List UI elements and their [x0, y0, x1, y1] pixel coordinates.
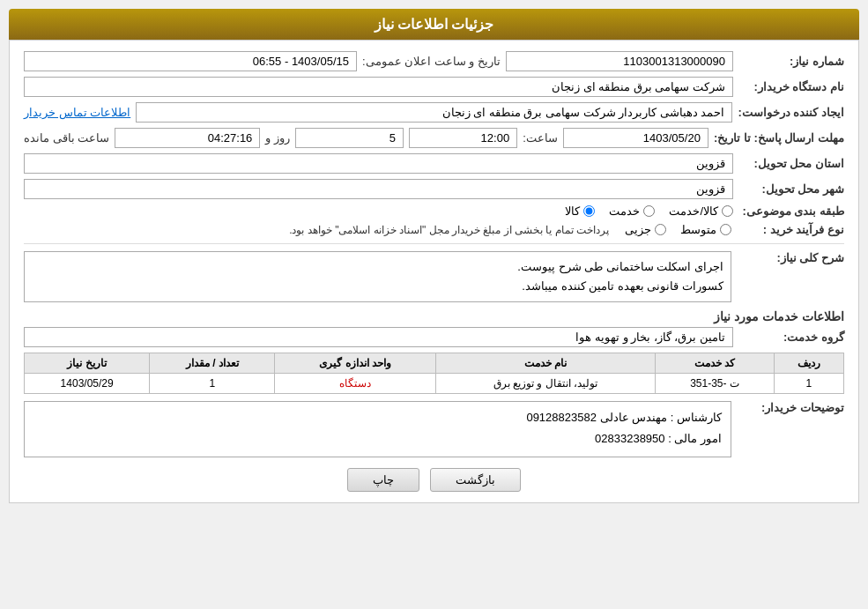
province-row: استان محل تحویل: قزوین	[24, 153, 844, 174]
need-number-label: شماره نیاز:	[738, 55, 844, 68]
description-section: شرح کلی نیاز: اجرای اسکلت ساختمانی طی شر…	[24, 251, 844, 302]
service-group-value: تامین برق، گاز، بخار و تهویه هوا	[24, 327, 733, 347]
col-service-name: نام خدمت	[435, 353, 656, 374]
col-quantity: تعداد / مقدار	[150, 353, 275, 374]
deadline-time-label: ساعت:	[523, 131, 558, 145]
radio-service[interactable]: خدمت	[609, 204, 655, 218]
deadline-days: 5	[295, 128, 404, 148]
radio-medium-item[interactable]: متوسط	[680, 223, 731, 236]
contact-link[interactable]: اطلاعات تماس خریدار	[24, 106, 130, 119]
buyer-notes-line2: امور مالی : 02833238950	[595, 432, 722, 445]
col-unit: واحد اندازه گیری	[275, 353, 435, 374]
announce-date-value: 1403/05/15 - 06:55	[24, 51, 357, 71]
deadline-date: 1403/05/20	[563, 128, 708, 148]
radio-service-label: خدمت	[609, 204, 640, 218]
cell-row-num: 1	[774, 374, 843, 394]
purchase-type-row: نوع فرآیند خرید : متوسط جزیی پرداخت تمام…	[24, 223, 844, 236]
radio-medium-input[interactable]	[720, 224, 731, 235]
cell-service-name: تولید، انتقال و توزیع برق	[435, 374, 656, 394]
city-label: شهر محل تحویل:	[738, 182, 844, 196]
cell-date: 1403/05/29	[25, 374, 150, 394]
category-label: طبقه بندی موضوعی:	[738, 204, 844, 218]
deadline-row: مهلت ارسال پاسخ: تا تاریخ: 1403/05/20 سا…	[24, 128, 844, 148]
items-table: ردیف کد خدمت نام خدمت واحد اندازه گیری ت…	[24, 353, 844, 394]
buyer-notes-line1: کارشناس : مهندس عادلی 09128823582	[526, 411, 722, 424]
col-row-num: ردیف	[774, 353, 843, 374]
radio-goods-label: کالا	[565, 204, 580, 218]
table-header-row: ردیف کد خدمت نام خدمت واحد اندازه گیری ت…	[25, 353, 844, 374]
creator-label: ایجاد کننده درخواست:	[738, 106, 844, 119]
service-group-row: گروه خدمت: تامین برق، گاز، بخار و تهویه …	[24, 327, 844, 347]
deadline-label: مهلت ارسال پاسخ: تا تاریخ:	[714, 131, 844, 145]
need-number-value: 1103001313000090	[506, 51, 733, 71]
city-row: شهر محل تحویل: قزوین	[24, 179, 844, 199]
radio-service-input[interactable]	[643, 205, 655, 217]
announce-date-label: تاریخ و ساعت اعلان عمومی:	[362, 55, 501, 68]
buyer-org-value: شرکت سهامی برق منطقه ای زنجان	[24, 77, 733, 97]
cell-quantity: 1	[150, 374, 275, 394]
city-value: قزوین	[24, 179, 733, 199]
radio-partial-input[interactable]	[655, 224, 666, 235]
radio-goods-input[interactable]	[583, 205, 595, 217]
buyer-notes-label: توضیحات خریدار:	[738, 401, 844, 414]
col-date: تاریخ نیاز	[25, 353, 150, 374]
category-row: طبقه بندی موضوعی: کالا/خدمت خدمت کالا	[24, 204, 844, 218]
page-header: جزئیات اطلاعات نیاز	[9, 9, 859, 40]
main-card: شماره نیاز: 1103001313000090 تاریخ و ساع…	[9, 40, 859, 503]
table-row: 1 ت -35-351 تولید، انتقال و توزیع برق دس…	[25, 374, 844, 394]
buyer-notes-section: توضیحات خریدار: کارشناس : مهندس عادلی 09…	[24, 401, 844, 457]
cell-service-code: ت -35-351	[656, 374, 774, 394]
radio-goods[interactable]: کالا	[565, 204, 595, 218]
radio-goods-service-input[interactable]	[722, 205, 733, 217]
radio-goods-service[interactable]: کالا/خدمت	[669, 204, 733, 218]
services-section-title: اطلاعات خدمات مورد نیاز	[24, 309, 844, 323]
province-label: استان محل تحویل:	[738, 157, 844, 170]
deadline-remaining-label: ساعت باقی مانده	[24, 131, 109, 145]
deadline-remaining: 04:27:16	[115, 128, 260, 148]
purchase-note: پرداخت تمام یا بخشی از مبلغ خریدار مجل "…	[289, 224, 609, 236]
category-radio-group: کالا/خدمت خدمت کالا	[565, 204, 733, 218]
radio-goods-service-label: کالا/خدمت	[669, 204, 718, 218]
divider-1	[24, 243, 844, 244]
deadline-time: 12:00	[409, 128, 517, 148]
page-wrapper: جزئیات اطلاعات نیاز شماره نیاز: 11030013…	[0, 0, 868, 609]
need-number-row: شماره نیاز: 1103001313000090 تاریخ و ساع…	[24, 51, 844, 71]
page-title: جزئیات اطلاعات نیاز	[375, 17, 494, 32]
col-service-code: کد خدمت	[656, 353, 774, 374]
buyer-org-row: نام دستگاه خریدار: شرکت سهامی برق منطقه …	[24, 77, 844, 97]
radio-partial-label: جزیی	[625, 223, 651, 236]
description-line2: کسورات قانونی بعهده تامین کننده میباشد.	[522, 279, 723, 293]
creator-row: ایجاد کننده درخواست: احمد دهباشی کاربردا…	[24, 102, 844, 123]
deadline-days-label: روز و	[265, 131, 290, 145]
back-button[interactable]: بازگشت	[430, 468, 521, 492]
purchase-type-radio-group: متوسط جزیی	[625, 223, 731, 236]
description-text: اجرای اسکلت ساختمانی طی شرح پیوست. کسورا…	[24, 251, 731, 302]
button-row: بازگشت چاپ	[24, 468, 844, 492]
buyer-notes-box: کارشناس : مهندس عادلی 09128823582 امور م…	[24, 401, 731, 457]
province-value: قزوین	[24, 153, 733, 174]
creator-value: احمد دهباشی کاربردار شرکت سهامی برق منطق…	[136, 102, 732, 123]
service-group-label: گروه خدمت:	[738, 330, 844, 344]
cell-unit: دستگاه	[275, 374, 435, 394]
buyer-org-label: نام دستگاه خریدار:	[738, 80, 844, 93]
radio-partial-item[interactable]: جزیی	[625, 223, 666, 236]
purchase-type-label: نوع فرآیند خرید :	[738, 223, 844, 236]
description-label: شرح کلی نیاز:	[738, 251, 844, 264]
print-button[interactable]: چاپ	[347, 468, 419, 492]
radio-medium-label: متوسط	[680, 223, 716, 236]
description-line1: اجرای اسکلت ساختمانی طی شرح پیوست.	[517, 260, 723, 273]
